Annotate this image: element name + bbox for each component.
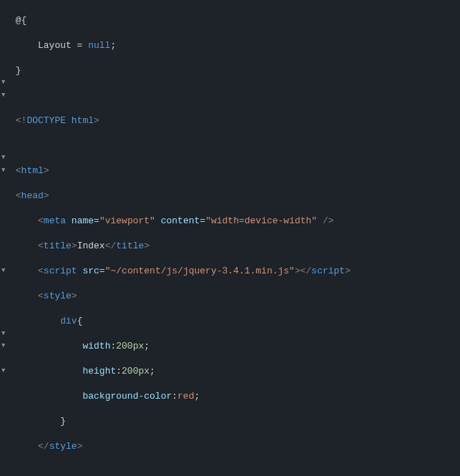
code-line <box>10 140 460 152</box>
code-line: width:200px; <box>10 340 460 353</box>
code-line: div{ <box>10 315 460 328</box>
code-line: </style> <box>10 440 460 453</box>
code-line: height:200px; <box>10 365 460 378</box>
code-line <box>10 465 460 477</box>
fold-arrow-icon[interactable]: ▼ <box>1 265 5 278</box>
code-line: <head> <box>10 190 460 203</box>
code-line: <meta name="viewport" content="width=dev… <box>10 215 460 228</box>
code-editor[interactable]: @{ Layout = null; } <!DOCTYPE html> <htm… <box>10 0 460 476</box>
fold-arrow-icon[interactable]: ▼ <box>1 365 5 378</box>
code-line: } <box>10 415 460 428</box>
fold-arrow-icon[interactable]: ▼ <box>1 89 5 102</box>
fold-arrow-icon[interactable]: ▼ <box>1 77 5 89</box>
code-line: @{ <box>10 14 460 27</box>
code-line: <script src="~/content/js/jquery-3.4.1.m… <box>10 265 460 278</box>
code-line <box>10 89 460 102</box>
fold-arrow-icon[interactable]: ▼ <box>1 165 5 178</box>
code-line: } <box>10 64 460 77</box>
code-line: Layout = null; <box>10 39 460 52</box>
code-line: <title>Index</title> <box>10 240 460 253</box>
fold-arrow-icon[interactable]: ▼ <box>1 152 5 165</box>
code-line: <html> <box>10 165 460 178</box>
fold-arrow-icon[interactable]: ▼ <box>1 328 5 341</box>
code-line: <!DOCTYPE html> <box>10 115 460 127</box>
code-line: <style> <box>10 290 460 303</box>
fold-gutter: ▼ ▼ ▼ ▼ ▼ ▼ ▼ ▼ <box>0 0 10 476</box>
code-line: background-color:red; <box>10 390 460 403</box>
fold-arrow-icon[interactable]: ▼ <box>1 340 5 353</box>
